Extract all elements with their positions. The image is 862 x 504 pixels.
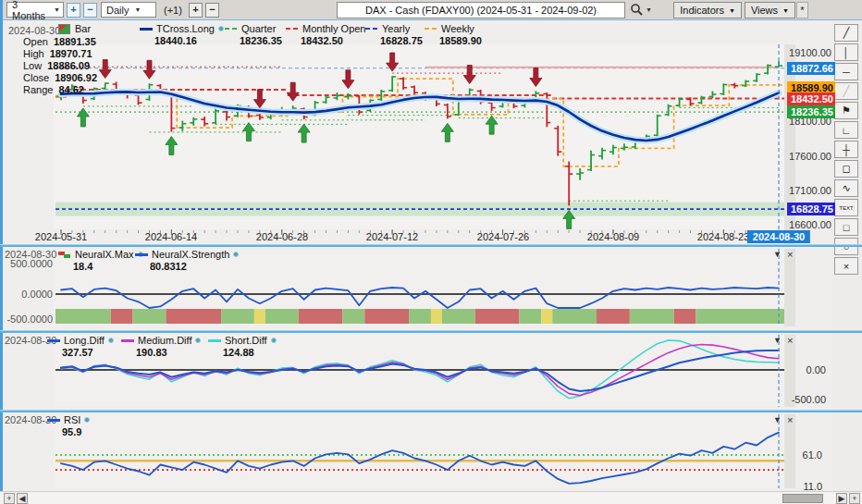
favorite-button[interactable]: * (796, 2, 808, 18)
series-value: 190.83 (136, 347, 167, 358)
series-info-icon[interactable] (271, 338, 277, 343)
legend-series-long-diff[interactable]: Long.Diff (47, 335, 114, 346)
vertical-line-tool[interactable]: │ (834, 43, 858, 61)
offset-label: (+1) (164, 5, 182, 16)
step-minus-button[interactable]: − (205, 3, 219, 18)
views-button-label: Views (751, 5, 778, 16)
scroll-zoom-in-button[interactable]: + (849, 493, 860, 504)
legend-series-neuralx-strength[interactable]: NeuralX.Strength (135, 249, 239, 260)
horizontal-line-tool[interactable]: ─ (834, 63, 858, 80)
scroll-right-button[interactable]: ▶ (836, 493, 847, 504)
search-icon[interactable] (630, 3, 643, 16)
ray-tool[interactable]: ╱ (834, 82, 858, 100)
legend-series-monthly-open[interactable]: Monthly Open (286, 23, 365, 34)
x-axis-tick-label: 2024-06-28 (256, 231, 308, 242)
scroll-left-button[interactable]: ◀ (17, 493, 28, 504)
legend-series-medium-diff[interactable]: Medium.Diff (121, 335, 201, 346)
bar-series-icon (58, 24, 70, 34)
series-info-icon[interactable] (84, 417, 90, 423)
series-label: NeuralX.Strength (152, 249, 229, 260)
series-label: RSI (64, 414, 80, 425)
drawing-toolbar: ╱│─╱⚑∟┼◻∿TEXT□○× (833, 24, 861, 277)
views-button[interactable]: Views ▼ (745, 2, 795, 18)
series-swatch (140, 28, 153, 31)
scrollbar-thumb[interactable] (782, 494, 823, 503)
series-info-icon[interactable] (233, 252, 239, 257)
crosshair-tool[interactable]: ┼ (834, 141, 858, 158)
bar-series-label: Bar (75, 23, 91, 34)
ohlc-value-row: Open18891.35 (23, 36, 96, 47)
legend-bar-series[interactable]: Bar (58, 23, 91, 34)
x-axis-tick-label: 2024-05-31 (35, 231, 87, 242)
trendline-tool[interactable]: ╱ (834, 24, 858, 42)
search-dropdown-icon[interactable]: ▼ (646, 6, 652, 13)
main-chart-canvas[interactable] (3, 20, 835, 244)
rsi-chart-canvas[interactable] (3, 412, 835, 491)
horizontal-scrollbar[interactable]: + ◀ ▶ + (0, 491, 862, 504)
y-axis-tick-label: -500.0000 (5, 313, 53, 325)
range-select[interactable]: 3 Months ▼ (6, 2, 64, 18)
series-info-icon[interactable] (218, 26, 224, 31)
main-price-panel[interactable]: 2024-08-30BarOpen18891.35High18970.71Low… (3, 20, 832, 244)
scroll-zoom-button[interactable]: + (4, 493, 15, 504)
legend-series-short-diff[interactable]: Short.Diff (208, 335, 277, 346)
range-zoom-out-button[interactable]: − (83, 3, 97, 18)
series-swatch (225, 28, 238, 30)
period-select[interactable]: Daily ▼ (101, 2, 156, 18)
series-label: Yearly (382, 23, 410, 34)
legend-series-rsi[interactable]: RSI (47, 414, 90, 425)
flag-tool[interactable]: ⚑ (834, 102, 858, 119)
step-plus-button[interactable]: + (189, 3, 203, 18)
y-axis-tick-label: 500.0000 (5, 258, 53, 269)
series-info-icon[interactable] (195, 338, 201, 343)
callout-tool[interactable]: ◻ (834, 160, 858, 178)
ohlc-value-row: Range84.62 (23, 84, 84, 95)
chevron-down-icon: ▼ (54, 6, 60, 13)
price-badge: 16828.75 (787, 203, 835, 215)
chevron-down-icon: ▼ (134, 6, 141, 13)
y-axis-tick-label: 61.0 (785, 449, 822, 461)
symbol-title-input[interactable]: DAX - Cash (FDAXY00) (2024-05-31 - 2024-… (337, 2, 625, 18)
series-value: 18.4 (73, 261, 92, 272)
ohlc-value: 18886.09 (47, 60, 90, 71)
legend-series-neuralx-max[interactable]: NeuralX.Max (58, 249, 143, 260)
legend-series-tcross-long[interactable]: TCross.Long (140, 23, 224, 34)
price-badge: 18236.35 (787, 105, 835, 118)
panel-close-icon[interactable]: × (787, 414, 793, 425)
neuralx-panel[interactable]: 2024-08-30500.00000.0000-500.0000NeuralX… (3, 247, 832, 330)
text-tool[interactable]: TEXT (834, 199, 858, 216)
x-axis-tick-label: 2024-07-26 (477, 231, 529, 242)
panel-collapse-icon[interactable]: ▼ (773, 415, 782, 424)
panel-controls: ▼× (773, 414, 793, 425)
ohlc-label: Close (23, 72, 49, 83)
close-tool[interactable]: × (834, 257, 858, 275)
series-value: 124.88 (223, 347, 254, 358)
series-info-icon[interactable] (108, 338, 114, 343)
price-badge: 18872.66 (787, 62, 835, 75)
diff-panel[interactable]: 2024-08-300.00-500.00Long.Diff327.57Medi… (3, 333, 832, 410)
panel-collapse-icon[interactable]: ▼ (773, 336, 782, 345)
wave-tool[interactable]: ∿ (834, 179, 858, 197)
ohlc-value: 18891.35 (54, 36, 96, 47)
x-axis-tick-label: 2024-08-23 (697, 231, 749, 242)
panel-close-icon[interactable]: × (787, 335, 793, 346)
indicators-button[interactable]: Indicators ▼ (673, 2, 742, 18)
chevron-down-icon: ▼ (729, 7, 735, 14)
legend-series-quarter[interactable]: Quarter (225, 23, 276, 34)
rectangle-tool[interactable]: □ (834, 218, 858, 236)
range-zoom-in-button[interactable]: + (67, 3, 80, 18)
range-select-value: 3 Months (12, 0, 48, 21)
series-label: Weekly (441, 23, 474, 34)
angle-tool[interactable]: ∟ (834, 121, 858, 139)
series-label: Medium.Diff (138, 335, 191, 346)
series-swatch (425, 28, 437, 30)
panel-collapse-icon[interactable]: ▼ (773, 250, 782, 259)
series-label: TCross.Long (156, 23, 215, 34)
series-swatch (135, 253, 148, 256)
rsi-panel[interactable]: 2024-08-3061.011.0RSI95.9▼× (3, 412, 832, 491)
legend-series-weekly[interactable]: Weekly (425, 23, 474, 34)
indicators-button-label: Indicators (680, 5, 724, 16)
legend-series-yearly[interactable]: Yearly (365, 23, 410, 34)
x-axis-tick-label: 2024-07-12 (366, 231, 418, 242)
panel-close-icon[interactable]: × (787, 249, 793, 260)
